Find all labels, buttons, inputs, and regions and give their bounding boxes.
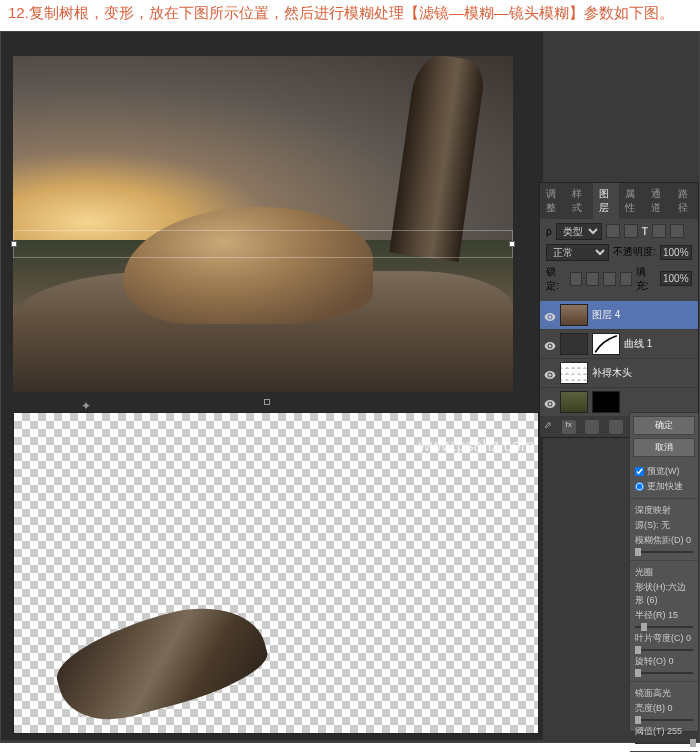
layers-panel: 调整 样式 图层 属性 通道 路径 ρ 类型 T 正常 不透明度: <box>539 182 699 438</box>
blade-slider[interactable] <box>635 649 693 651</box>
threshold-label: 阈值(T) <box>635 726 665 736</box>
lock-position-icon[interactable] <box>603 272 616 286</box>
brightness-value[interactable]: 0 <box>668 703 673 713</box>
source-value[interactable]: 无 <box>661 520 670 530</box>
focal-value[interactable]: 0 <box>686 535 691 545</box>
focal-label: 模糊焦距(D) <box>635 535 684 545</box>
mask-icon[interactable] <box>585 420 599 434</box>
opacity-input[interactable] <box>660 245 692 260</box>
layer-row[interactable]: 补得木头 <box>540 359 698 388</box>
filter-type-label: ρ <box>546 226 552 237</box>
transparent-canvas[interactable] <box>13 412 539 734</box>
visibility-icon[interactable] <box>544 367 556 379</box>
cancel-button[interactable]: 取消 <box>633 438 695 457</box>
transform-handle[interactable] <box>264 399 270 405</box>
lock-all-icon[interactable] <box>620 272 633 286</box>
filter-smart-icon[interactable] <box>670 224 684 238</box>
tab-styles[interactable]: 样式 <box>566 183 592 219</box>
fill-input[interactable] <box>660 271 692 286</box>
focal-slider[interactable] <box>635 551 693 553</box>
layer-mask-thumbnail <box>592 333 620 355</box>
iris-section-label: 光圈 <box>635 566 693 579</box>
preview-label: 预览(W) <box>647 465 680 478</box>
crosshair-icon: ✦ <box>81 399 91 413</box>
faster-label: 更加快速 <box>647 480 683 493</box>
faster-radio[interactable] <box>635 482 644 491</box>
threshold-slider[interactable] <box>635 742 693 744</box>
layer-thumbnail <box>560 362 588 384</box>
lock-transparent-icon[interactable] <box>570 272 583 286</box>
threshold-value[interactable]: 255 <box>667 726 682 736</box>
layer-mask-thumbnail <box>592 391 620 413</box>
lock-label: 锁定: <box>546 265 566 293</box>
layer-name[interactable]: 补得木头 <box>592 366 694 380</box>
transform-handle[interactable] <box>509 241 515 247</box>
panel-tabs: 调整 样式 图层 属性 通道 路径 <box>540 183 698 219</box>
instruction-text: 12.复制树根，变形，放在下图所示位置，然后进行模糊处理【滤镜—模糊—镜头模糊】… <box>0 0 700 31</box>
brightness-label: 亮度(B) <box>635 703 665 713</box>
preview-checkbox[interactable] <box>635 467 644 476</box>
blend-mode-select[interactable]: 正常 <box>546 244 609 261</box>
source-label: 源(S): <box>635 520 659 530</box>
filter-adjust-icon[interactable] <box>624 224 638 238</box>
layer-controls: ρ 类型 T 正常 不透明度: 锁定: 填充: <box>540 219 698 301</box>
blade-value[interactable]: 0 <box>686 633 691 643</box>
spec-section-label: 镜面高光 <box>635 687 693 700</box>
visibility-icon[interactable] <box>544 338 556 350</box>
filter-shape-icon[interactable] <box>652 224 666 238</box>
depth-section-label: 深度映射 <box>635 504 693 517</box>
filter-text-icon[interactable]: T <box>642 226 648 237</box>
fill-label: 填充: <box>636 265 656 293</box>
opacity-label: 不透明度: <box>613 245 656 259</box>
transform-selection[interactable] <box>13 230 513 258</box>
layer-name[interactable]: 图层 4 <box>592 308 694 322</box>
layer-thumbnail <box>560 304 588 326</box>
tab-paths[interactable]: 路径 <box>672 183 698 219</box>
tab-layers[interactable]: 图层 <box>593 183 619 219</box>
adjustment-icon[interactable] <box>609 420 623 434</box>
photoshop-window: ✦ www.psahz.com 调整 样式 图层 属性 通道 路径 ρ 类型 T <box>0 31 700 743</box>
shape-label: 形状(H): <box>635 582 668 592</box>
rotation-value[interactable]: 0 <box>669 656 674 666</box>
filter-type-select[interactable]: 类型 <box>556 223 602 240</box>
tree-root-shape[interactable] <box>48 592 274 733</box>
layer-row[interactable]: 曲线 1 <box>540 330 698 359</box>
layer-thumbnail <box>560 333 588 355</box>
lens-blur-panel: 确定 取消 预览(W) 更加快速 深度映射 源(S): 无 模糊焦距(D) 0 … <box>629 412 699 732</box>
tab-properties[interactable]: 属性 <box>619 183 645 219</box>
layer-list: 图层 4 曲线 1 补得木头 <box>540 301 698 417</box>
rotation-label: 旋转(O) <box>635 656 666 666</box>
visibility-icon[interactable] <box>544 309 556 321</box>
layer-thumbnail <box>560 391 588 413</box>
tab-channels[interactable]: 通道 <box>645 183 671 219</box>
radius-slider[interactable] <box>635 626 693 628</box>
main-composite-image[interactable] <box>13 56 513 392</box>
filter-image-icon[interactable] <box>606 224 620 238</box>
layer-row[interactable]: 图层 4 <box>540 301 698 330</box>
transform-handle[interactable] <box>11 241 17 247</box>
canvas-area: ✦ <box>1 32 543 740</box>
lock-paint-icon[interactable] <box>586 272 599 286</box>
layer-name[interactable]: 曲线 1 <box>624 337 694 351</box>
fx-icon[interactable]: fx <box>562 420 576 434</box>
radius-value[interactable]: 15 <box>668 610 678 620</box>
blade-label: 叶片弯度(C) <box>635 633 684 643</box>
brightness-slider[interactable] <box>635 719 693 721</box>
watermark: www.psahz.com <box>418 437 534 455</box>
rotation-slider[interactable] <box>635 672 693 674</box>
visibility-icon[interactable] <box>544 396 556 408</box>
ok-button[interactable]: 确定 <box>633 416 695 435</box>
tab-adjustments[interactable]: 调整 <box>540 183 566 219</box>
radius-label: 半径(R) <box>635 610 666 620</box>
link-layers-icon[interactable]: ⬀ <box>544 420 552 434</box>
